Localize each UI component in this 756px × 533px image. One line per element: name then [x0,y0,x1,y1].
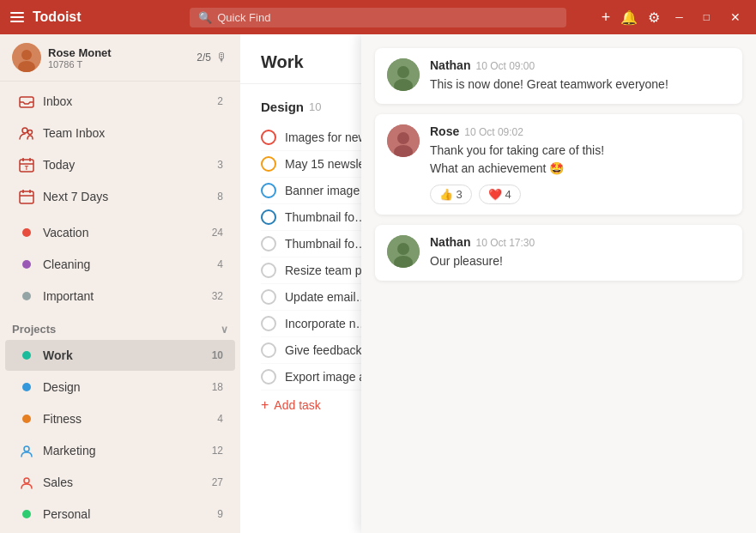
sidebar-item-marketing[interactable]: Marketing 12 [5,435,235,466]
reaction-row: 👍 3❤️ 4 [430,185,730,204]
labels-section: Vacation 24 Cleaning 4 Important 32 [0,216,240,316]
main-layout: Rose Monet 10786 T 2/5 🎙 Inbox 2 [0,34,756,533]
comment-time: 10 Oct 09:00 [475,60,535,72]
projects-section-header[interactable]: Projects ∨ [0,316,240,339]
sales-label: Sales [43,475,212,489]
sidebar-item-next7days[interactable]: Next 7 Days 8 [5,181,235,212]
task-checkbox[interactable] [261,156,276,172]
quick-find-bar[interactable]: 🔍 Quick Find [190,8,566,27]
sidebar-item-personal[interactable]: Personal 9 [5,499,235,530]
menu-icon[interactable] [10,12,24,22]
sidebar-item-team-inbox[interactable]: Team Inbox [5,118,235,148]
sidebar-item-important-label[interactable]: Important 32 [5,281,235,312]
comment-card: Rose 10 Oct 09:02 Thank you for taking c… [375,114,742,215]
search-icon: 🔍 [198,11,212,24]
comment-text: Our pleasure! [430,252,730,270]
design-label: Design [43,380,212,394]
svg-point-26 [397,243,409,255]
next7days-icon [17,187,36,206]
svg-point-5 [28,130,33,135]
comment-header: Rose 10 Oct 09:02 [430,124,730,138]
inbox-label: Inbox [43,94,217,108]
sales-count: 27 [212,476,223,488]
svg-rect-11 [20,191,33,203]
svg-point-4 [22,128,27,133]
team-inbox-label: Team Inbox [43,126,223,140]
close-button[interactable]: ✕ [725,9,746,26]
comment-avatar [387,235,420,268]
chevron-down-icon: ∨ [221,324,228,336]
task-text: Thumbnail fo… [285,237,366,251]
comment-time: 10 Oct 09:02 [464,126,523,138]
reaction-button[interactable]: 👍 3 [430,185,472,204]
comment-body: Nathan 10 Oct 09:00 This is now done! Gr… [430,58,730,94]
comment-body: Rose 10 Oct 09:02 Thank you for taking c… [430,124,730,204]
task-checkbox[interactable] [261,183,276,198]
user-audio-icon: 🎙 [216,51,228,64]
vacation-label-text: Vacation [43,226,212,239]
task-text: Incorporate n… [285,317,368,330]
user-task-count: 2/5 [197,51,211,64]
task-checkbox[interactable] [261,209,276,225]
reaction-button[interactable]: ❤️ 4 [479,185,521,204]
user-profile[interactable]: Rose Monet 10786 T 2/5 🎙 [0,34,240,82]
add-task-label: Add task [274,398,320,412]
sidebar-item-inbox[interactable]: Inbox 2 [5,86,235,117]
gear-icon[interactable]: ⚙ [648,9,660,26]
comment-author: Nathan [430,58,470,72]
comment-avatar [387,124,420,157]
projects-list: Work 10 Design 18 Fitness 4 Marketing 12 [0,339,240,533]
user-karma: 10786 T [48,59,197,70]
sidebar-item-sales[interactable]: Sales 27 [5,467,235,498]
comment-header: Nathan 10 Oct 09:00 [430,58,730,72]
quick-find-label: Quick Find [217,11,270,24]
comment-time: 10 Oct 17:30 [475,237,535,249]
task-checkbox[interactable] [261,236,276,251]
marketing-count: 12 [212,445,223,457]
sidebar-item-cleaning-label[interactable]: Cleaning 4 [5,249,235,280]
inbox-count: 2 [217,95,223,107]
important-label-text: Important [43,289,212,303]
work-label: Work [43,348,212,362]
sidebar-item-today[interactable]: T Today 3 [5,149,235,180]
minimize-button[interactable]: ─ [670,9,688,25]
cleaning-label-text: Cleaning [43,257,217,271]
sidebar-item-fitness[interactable]: Fitness 4 [5,403,235,434]
task-checkbox[interactable] [261,342,276,358]
sidebar-item-work[interactable]: Work 10 [5,340,235,371]
personal-count: 9 [217,508,223,520]
marketing-label: Marketing [43,444,212,457]
section-count: 10 [309,100,321,113]
svg-point-23 [397,132,409,144]
app-title: Todoist [33,9,82,25]
today-count: 3 [217,159,223,171]
next7days-label: Next 7 Days [43,190,217,203]
titlebar-controls: + 🔔 ⚙ ─ □ ✕ [566,9,746,27]
maximize-button[interactable]: □ [699,9,715,25]
next7days-count: 8 [217,191,223,203]
fitness-count: 4 [217,413,223,425]
comment-card: Nathan 10 Oct 17:30 Our pleasure! [375,225,742,281]
task-checkbox[interactable] [261,316,276,331]
user-name: Rose Monet [48,46,197,59]
nav-section: Inbox 2 Team Inbox [0,82,240,216]
add-icon[interactable]: + [602,9,611,27]
comment-author: Nathan [430,235,470,249]
task-checkbox[interactable] [261,130,276,145]
svg-text:T: T [25,165,29,171]
comment-author: Rose [430,124,459,138]
sidebar-item-vacation-label[interactable]: Vacation 24 [5,217,235,248]
sidebar: Rose Monet 10786 T 2/5 🎙 Inbox 2 [0,34,240,533]
personal-label: Personal [43,507,217,521]
task-checkbox[interactable] [261,369,276,385]
bell-icon[interactable]: 🔔 [620,9,638,26]
important-label-count: 32 [212,290,223,302]
sidebar-item-design[interactable]: Design 18 [5,372,235,403]
comment-card: Nathan 10 Oct 09:00 This is now done! Gr… [375,48,742,104]
comment-text: This is now done! Great teamwork everyon… [430,76,730,94]
task-checkbox[interactable] [261,263,276,278]
task-checkbox[interactable] [261,289,276,305]
fitness-label: Fitness [43,412,217,426]
task-text: Update email… [285,290,368,304]
svg-point-15 [24,446,29,451]
